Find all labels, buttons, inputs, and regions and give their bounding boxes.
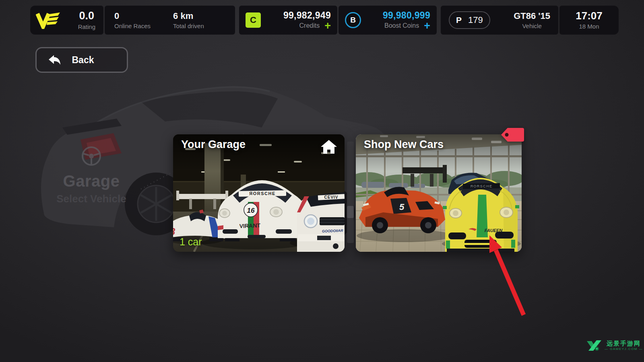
watermark-site-name: 远景手游网 <box>607 340 641 346</box>
total-driven-stat: 6 km Total driven <box>173 11 204 29</box>
your-garage-card[interactable]: 3 ЯORSCHE 16 <box>173 134 345 252</box>
shop-porsche-bumper-text: FAUEEN <box>485 228 503 233</box>
back-button[interactable]: Back <box>35 47 128 73</box>
rating-value: 0.0 <box>79 10 95 22</box>
races-driven-segment: 0 Online Races 6 km Total driven <box>105 6 235 35</box>
card-scrollbar-thumb[interactable] <box>347 206 354 218</box>
shop-photo: 5 ЯORSCHE <box>356 134 522 252</box>
credits-value: 99,982,949 <box>283 10 331 21</box>
online-races-label: Online Races <box>114 23 151 29</box>
boost-coins-value: 99,980,999 <box>383 10 430 21</box>
boost-coins-icon: B <box>345 12 361 28</box>
steering-wheel-icon <box>80 145 103 167</box>
vehicle-label: Vehicle <box>522 23 541 29</box>
add-boost-coins-button[interactable]: + <box>424 22 430 30</box>
clock-segment: 17:07 18 Mon <box>559 6 619 35</box>
top-stats-bar: 0.0 Rating 0 Online Races 6 km Total dri… <box>30 6 619 35</box>
rating-stat: 0.0 Rating <box>78 10 95 30</box>
card-scrollbar-track[interactable] <box>347 142 354 243</box>
credits-label: Credits <box>299 22 320 29</box>
boost-coins-label: Boost Coins <box>384 22 419 29</box>
porsche-windshield-banner: ЯORSCHE <box>249 191 275 196</box>
background-garage-label: Garage Select Vehicle <box>39 145 144 205</box>
muscle-sponsor-text: GOODOIIAR <box>322 228 343 233</box>
shop-new-cars-card[interactable]: 5 ЯORSCHE <box>356 134 522 252</box>
online-races-stat: 0 Online Races <box>114 11 151 29</box>
boost-coins-segment: B 99,980,999 Boost Coins + <box>339 6 437 35</box>
background-title: Garage <box>39 172 144 190</box>
performance-value: 179 <box>468 15 483 25</box>
clock-time: 17:07 <box>576 10 603 21</box>
site-watermark: 远景手游网 — GAMEYJ.COM — <box>586 339 643 352</box>
add-credits-button[interactable]: + <box>324 22 331 30</box>
home-icon <box>320 139 337 154</box>
credits-icon: C <box>246 12 261 28</box>
rating-segment: 0.0 Rating <box>30 6 103 35</box>
total-driven-label: Total driven <box>173 23 204 29</box>
performance-letter: P <box>456 15 462 25</box>
background-subtitle: Select Vehicle <box>39 193 144 205</box>
garage-car-count: 1 car <box>180 236 202 248</box>
clock-date: 18 Mon <box>579 23 599 30</box>
prototype-number: 5 <box>399 202 405 212</box>
back-button-label: Back <box>72 55 105 66</box>
garage-photo: 3 ЯORSCHE 16 <box>173 134 345 252</box>
vehicle-name: GT86 '15 <box>514 11 550 21</box>
garage-card-title: Your Garage <box>181 138 246 151</box>
porsche-door-number: 16 <box>247 207 255 214</box>
watermark-logo-icon <box>586 339 602 352</box>
vehicle-stat: GT86 '15 Vehicle <box>514 11 550 29</box>
garage-screen: Garage Select Vehicle 0.0 Rating 0 Onlin… <box>0 0 644 362</box>
shop-porsche-banner: ЯORSCHE <box>470 184 493 188</box>
rating-label: Rating <box>78 23 95 30</box>
muscle-windshield-banner: CEVIV <box>324 195 338 200</box>
left-car-number: 3 <box>173 226 175 237</box>
shop-card-title: Shop New Cars <box>364 138 444 151</box>
vehicle-segment: P 179 GT86 '15 Vehicle <box>441 6 558 35</box>
back-arrow-icon <box>47 54 61 66</box>
watermark-domain: — GAMEYJ.COM — <box>605 348 643 351</box>
price-tag-icon <box>501 128 524 142</box>
game-logo-icon <box>36 11 60 29</box>
credits-segment: C 99,982,949 Credits + <box>239 6 337 35</box>
performance-badge: P 179 <box>449 11 490 29</box>
total-driven-value: 6 km <box>173 11 204 21</box>
online-races-value: 0 <box>114 11 151 21</box>
porsche-bumper-text: VIRANT <box>239 222 261 229</box>
